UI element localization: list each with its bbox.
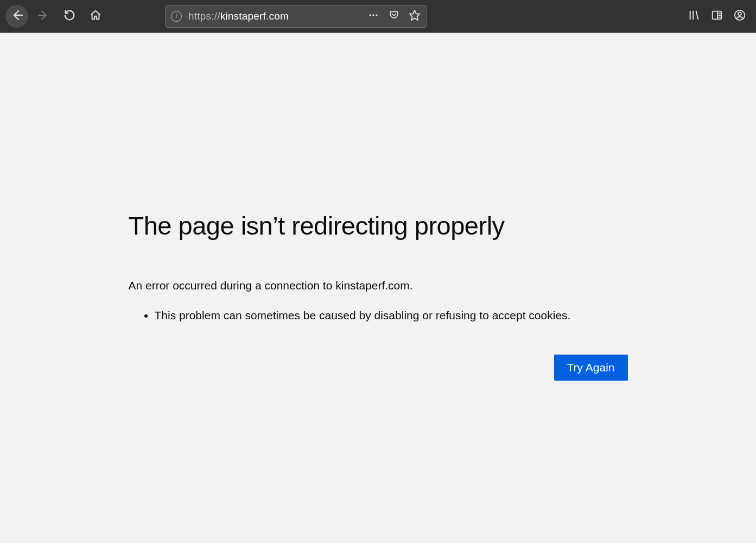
page-content: The page isn’t redirecting properly An e… <box>0 212 756 381</box>
library-icon <box>688 9 700 23</box>
svg-point-4 <box>376 14 377 16</box>
library-button[interactable] <box>685 8 703 25</box>
urlbar-right-icons <box>367 10 421 23</box>
error-description: An error occurred during a connection to… <box>129 279 628 292</box>
browser-toolbar: i https://kinstaperf.com <box>0 0 756 33</box>
error-container: The page isn’t redirecting properly An e… <box>129 212 628 381</box>
try-again-button[interactable]: Try Again <box>554 355 628 381</box>
url-prefix: https:// <box>188 10 220 22</box>
arrow-left-icon <box>10 9 23 24</box>
sidebar-icon <box>711 9 723 23</box>
bookmark-button[interactable] <box>408 10 421 23</box>
account-button[interactable] <box>731 8 748 25</box>
back-button[interactable] <box>5 5 28 28</box>
url-domain: kinstaperf.com <box>220 10 289 22</box>
home-icon <box>90 9 101 23</box>
svg-point-15 <box>738 12 741 15</box>
star-icon <box>409 9 421 23</box>
svg-line-8 <box>696 11 698 19</box>
svg-point-2 <box>369 14 371 16</box>
sidebar-button[interactable] <box>708 8 726 25</box>
pocket-button[interactable] <box>387 10 401 23</box>
reload-button[interactable] <box>59 5 80 27</box>
error-actions: Try Again <box>129 355 628 381</box>
forward-button[interactable] <box>33 5 54 27</box>
toolbar-right-cluster <box>685 8 751 25</box>
url-text: https://kinstaperf.com <box>188 10 360 22</box>
pocket-icon <box>389 10 399 23</box>
page-actions-button[interactable] <box>367 10 380 23</box>
reload-icon <box>63 9 75 23</box>
arrow-right-icon <box>37 9 49 23</box>
error-bullet-list: This problem can sometimes be caused by … <box>129 307 628 323</box>
site-info-icon[interactable]: i <box>171 11 182 22</box>
error-bullet: This problem can sometimes be caused by … <box>155 307 628 323</box>
account-icon <box>734 9 746 23</box>
error-title: The page isn’t redirecting properly <box>129 212 628 240</box>
url-bar[interactable]: i https://kinstaperf.com <box>165 5 427 28</box>
home-button[interactable] <box>85 5 106 27</box>
svg-marker-5 <box>409 10 419 20</box>
svg-point-3 <box>372 14 374 16</box>
ellipsis-icon <box>368 10 379 23</box>
